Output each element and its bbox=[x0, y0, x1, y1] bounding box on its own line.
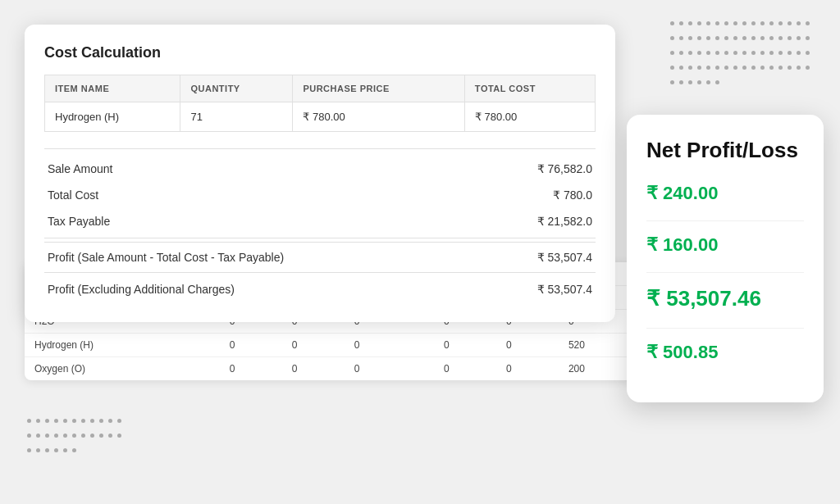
cost-table: ITEM NAME QUANTITY PURCHASE PRICE TOTAL … bbox=[44, 75, 596, 132]
table-row: Oxygen (O)00000200 bbox=[25, 357, 648, 381]
summary-row-total-cost: Total Cost ₹ 780.0 bbox=[44, 182, 596, 208]
table-row: Hydrogen (H)71₹ 780.00₹ 780.00 bbox=[45, 102, 596, 132]
col-header-purchase-price: PURCHASE PRICE bbox=[293, 75, 464, 102]
dot-pattern-bottom: (function(){ const el = document.querySe… bbox=[25, 414, 131, 455]
net-profit-card: Net Profit/Loss ₹ 240.00 ₹ 160.00 ₹ 53,5… bbox=[627, 115, 824, 402]
profit-value-1: ₹ 240.00 bbox=[646, 183, 804, 204]
profit-value-2: ₹ 160.00 bbox=[646, 234, 804, 256]
summary-row-tax: Tax Payable ₹ 21,582.0 bbox=[44, 208, 596, 238]
profit-value-4: ₹ 500.85 bbox=[646, 342, 804, 363]
col-header-total-cost: TOTAL COST bbox=[464, 75, 595, 102]
profit-divider-2 bbox=[646, 272, 804, 273]
profit-divider-3 bbox=[646, 328, 804, 329]
col-header-quantity: QUANTITY bbox=[180, 75, 293, 102]
profit-divider-1 bbox=[646, 220, 804, 221]
dot-pattern-top: (function(){ const el = document.querySe… bbox=[668, 16, 815, 98]
summary-section: Sale Amount ₹ 76,582.0 Total Cost ₹ 780.… bbox=[44, 148, 596, 302]
cost-card-title: Cost Calculation bbox=[44, 44, 596, 61]
summary-row-profit-excl: Profit (Excluding Additional Charges) ₹ … bbox=[44, 276, 596, 302]
col-header-item-name: ITEM NAME bbox=[45, 75, 180, 102]
profit-value-3: ₹ 53,507.46 bbox=[646, 286, 804, 311]
summary-row-sale-amount: Sale Amount ₹ 76,582.0 bbox=[44, 156, 596, 182]
net-profit-title: Net Profit/Loss bbox=[646, 138, 804, 163]
summary-row-profit: Profit (Sale Amount - Total Cost - Tax P… bbox=[44, 242, 596, 273]
table-row: Hydrogen (H)00000520 bbox=[25, 334, 648, 357]
cost-calculation-card: Cost Calculation ITEM NAME QUANTITY PURC… bbox=[25, 25, 615, 322]
